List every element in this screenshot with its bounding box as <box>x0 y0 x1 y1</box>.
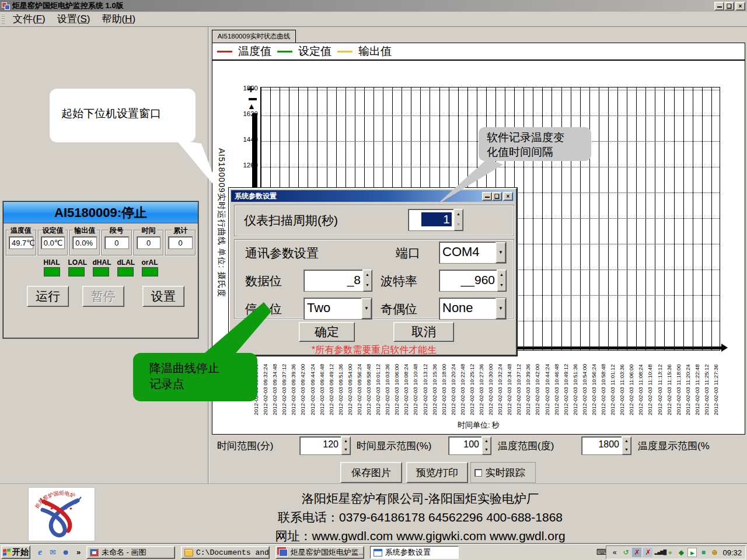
databits-label: 数据位 <box>245 273 282 289</box>
package-icon[interactable]: ■ <box>699 548 708 557</box>
stopbits-combobox[interactable]: Two ▼ <box>303 298 372 320</box>
temp-range-value[interactable]: 1800 <box>581 436 622 455</box>
windows-logo-icon <box>3 548 11 556</box>
ie-icon[interactable]: e <box>35 547 45 557</box>
dropdown-arrow-icon[interactable]: ▼ <box>361 298 372 319</box>
save-image-button[interactable]: 保存图片 <box>340 462 402 483</box>
time-range-value[interactable]: 120 <box>299 436 341 455</box>
task-button-label-0: 未命名 - 画图 <box>102 547 146 558</box>
callout-cooling-stop-line2: 记录点 <box>149 376 257 392</box>
temp-range-spinner[interactable]: 1800 ▲▼ <box>581 436 631 455</box>
x-tick-label-19: 2012-02-03 10:15:36 <box>431 352 439 415</box>
scroll-up-arrow-icon[interactable]: ▲ <box>247 102 256 111</box>
footer-company: 洛阳炬星窑炉有限公司-洛阳国炬实验电炉厂 <box>198 491 642 507</box>
menu-item-2[interactable]: 帮助(H) <box>96 12 141 26</box>
task-button-label-1: C:\Documents and Se... <box>196 548 269 557</box>
run-button[interactable]: 运行 <box>27 286 69 307</box>
down-arrow-icon[interactable]: ▼ <box>363 281 372 291</box>
callout-start-window: 起始下位机设置窗口 <box>50 89 196 142</box>
alarm-indicator-3 <box>117 267 134 276</box>
alarm-label-2: dHAL <box>93 258 109 267</box>
databits-value[interactable]: _8 <box>303 270 362 292</box>
baud-value[interactable]: __960 <box>439 270 497 292</box>
down-arrow-icon[interactable]: ▼ <box>622 446 631 454</box>
up-arrow-icon[interactable]: ▲ <box>454 209 463 220</box>
quick-launch-overflow-icon[interactable]: » <box>74 547 83 557</box>
task-button-2[interactable]: 炬星窑炉国炬电炉监... <box>275 546 364 559</box>
health-ball-icon[interactable]: ● <box>665 548 675 557</box>
setup-button[interactable]: 设置 <box>142 286 184 307</box>
x-tick-label-17: 2012-02-03 10:10:48 <box>412 352 420 415</box>
network-offline-2-icon[interactable]: ✗ <box>643 548 652 557</box>
menu-item-1[interactable]: 设置(S) <box>51 12 96 26</box>
pause-button: 暂停 <box>82 286 124 307</box>
system-tray: «↺✗✗▂▄▆█●◆▶■⊕09:32 <box>606 545 746 559</box>
callout-start-window-tail <box>169 139 225 194</box>
x-tick-label-33: 2012-02-03 10:49:12 <box>563 352 570 415</box>
preview-print-button[interactable]: 预览/打印 <box>406 462 468 483</box>
restart-warning-text: *所有参数需要重启软件才能生 <box>312 344 437 356</box>
scan-period-value[interactable]: 1 <box>408 209 453 231</box>
up-arrow-icon[interactable]: ▲ <box>497 270 506 281</box>
x-tick-label-34: 2012-02-03 10:51:36 <box>572 352 580 415</box>
field-label-5: 累计 <box>172 226 189 236</box>
dropdown-arrow-icon[interactable]: ▼ <box>495 242 506 263</box>
field-value-5: 0 <box>168 236 193 249</box>
up-arrow-icon[interactable]: ▲ <box>482 437 491 446</box>
network-offline-icon[interactable]: ✗ <box>632 548 641 557</box>
chevron-left-icon[interactable]: « <box>610 548 619 557</box>
station-panel: AI5180009:停止 温度值49.7℃设定值0.0℃输出值0.0%段号0时间… <box>3 201 198 338</box>
baud-spinner[interactable]: __960 ▲▼ <box>439 270 507 292</box>
dropdown-arrow-icon[interactable]: ▼ <box>495 298 506 319</box>
down-arrow-icon[interactable]: ▼ <box>341 446 350 454</box>
down-arrow-icon[interactable]: ▼ <box>454 220 463 230</box>
x-tick-label-1: 2012-02-03 09:32:24 <box>262 352 270 415</box>
restore-button[interactable]: ❑ <box>724 2 734 10</box>
parity-value: None <box>439 298 495 319</box>
menu-item-0[interactable]: 文件(F) <box>7 12 51 26</box>
signal-bars-icon[interactable]: ▂▄▆█ <box>654 548 664 557</box>
task-button-0[interactable]: 未命名 - 画图 <box>86 546 175 559</box>
application-window: 炬星窑炉国炬电炉监控系统 1.0版 ❑ × 文件(F)设置(S)帮助(H) AI… <box>0 0 747 560</box>
time-unit-note: 时间单位: 秒 <box>212 420 745 430</box>
x-tick-label-2: 2012-02-03 09:34:48 <box>271 352 279 415</box>
field-value-1: 0.0℃ <box>41 236 65 249</box>
task-button-1[interactable]: C:\Documents and Se... <box>181 546 270 559</box>
time-display-spinner[interactable]: 100 ▲▼ <box>448 436 491 455</box>
menu-grip[interactable] <box>2 14 5 24</box>
messenger-icon[interactable]: ☻ <box>61 547 71 557</box>
scan-period-spinner[interactable]: 1 ▲▼ <box>408 209 463 231</box>
down-arrow-icon[interactable]: ▼ <box>497 281 506 291</box>
updates-icon[interactable]: ↺ <box>621 548 630 557</box>
tab-realtime-curve[interactable]: AI5180009实时状态曲线 <box>212 30 296 43</box>
up-arrow-icon[interactable]: ▲ <box>622 437 631 446</box>
x-tick-label-4: 2012-02-03 09:39:36 <box>290 352 298 415</box>
up-arrow-icon[interactable]: ▲ <box>363 270 372 281</box>
x-tick-label-13: 2012-02-03 10:01:12 <box>375 352 382 415</box>
parity-combobox[interactable]: None ▼ <box>439 298 507 320</box>
time-range-spinner[interactable]: 120 ▲▼ <box>299 436 351 455</box>
x-tick-label-28: 2012-02-03 10:37:12 <box>515 352 523 415</box>
alarm-label-3: dLAL <box>117 258 134 267</box>
zoom-in-icon[interactable]: + <box>247 83 254 96</box>
mail-icon[interactable]: ✉ <box>48 547 58 557</box>
minimize-button[interactable] <box>714 2 724 10</box>
cancel-button[interactable]: 取消 <box>393 322 454 342</box>
realtime-track-checkbox[interactable] <box>474 469 482 477</box>
port-combobox[interactable]: COM4 ▼ <box>439 242 507 264</box>
ok-button[interactable]: 确定 <box>299 322 355 342</box>
databits-spinner[interactable]: _8 ▲▼ <box>303 270 372 292</box>
task-button-3[interactable]: 系统参数设置 <box>370 546 459 559</box>
up-arrow-icon[interactable]: ▲ <box>341 437 350 446</box>
zoom-out-icon[interactable] <box>249 98 257 100</box>
start-button[interactable]: 开始 <box>1 545 30 559</box>
time-display-value[interactable]: 100 <box>448 436 481 455</box>
down-arrow-icon[interactable]: ▼ <box>482 446 491 454</box>
safety-plus-icon[interactable]: ⊕ <box>710 548 719 557</box>
scheduler-icon[interactable]: ▶ <box>687 548 697 557</box>
task-button-label-3: 系统参数设置 <box>385 547 431 558</box>
close-button[interactable]: × <box>735 2 745 10</box>
port-label: 端口 <box>396 245 420 261</box>
x-tick-label-30: 2012-02-03 10:42:00 <box>534 352 542 415</box>
shield-icon[interactable]: ◆ <box>676 548 686 557</box>
